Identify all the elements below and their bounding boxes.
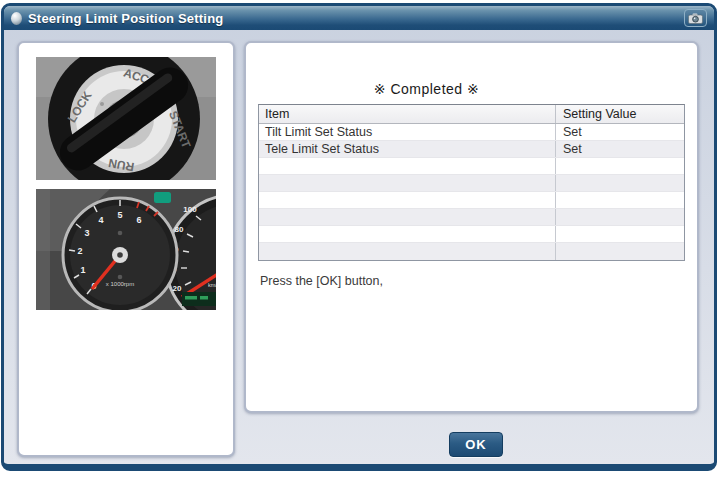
value-cell: Set xyxy=(555,124,684,140)
speed-number-20: 20 xyxy=(173,284,182,293)
instruction-message: Press the [OK] button, xyxy=(258,274,685,288)
tach-number-5: 5 xyxy=(117,210,122,220)
value-cell: Set xyxy=(555,141,684,157)
tach-unit-label: x 1000rpm xyxy=(106,281,134,287)
empty-value-cell xyxy=(555,158,684,174)
empty-value-cell xyxy=(555,226,684,242)
table-empty-row xyxy=(259,158,684,175)
speed-number-80: 80 xyxy=(175,225,184,234)
table-header-row: Item Setting Value xyxy=(259,105,684,124)
tach-number-1: 1 xyxy=(80,265,85,275)
table-empty-row xyxy=(259,226,684,243)
dialog-content: LOCK ACC START RUN xyxy=(4,30,714,464)
window-title: Steering Limit Position Setting xyxy=(28,11,684,26)
empty-item-cell xyxy=(259,158,555,174)
results-panel-inner: ※ Completed ※ Item Setting Value Tilt Li… xyxy=(246,43,697,288)
column-header-item: Item xyxy=(259,105,555,123)
column-header-setting-value: Setting Value xyxy=(555,105,684,123)
table-row-tilt-limit[interactable]: Tilt Limit Set Status Set xyxy=(259,124,684,141)
dialog-window: Steering Limit Position Setting xyxy=(1,3,717,471)
tach-number-2: 2 xyxy=(77,246,82,256)
empty-item-cell xyxy=(259,209,555,225)
speed-unit-label: km/h xyxy=(208,282,216,288)
tach-number-4: 4 xyxy=(98,215,103,225)
tach-number-6: 6 xyxy=(136,215,141,225)
table-empty-row xyxy=(259,243,684,260)
instrument-cluster-photo: 100 80 60 40 20 km/h xyxy=(36,189,216,310)
item-cell: Tilt Limit Set Status xyxy=(259,124,555,140)
ok-button[interactable]: OK xyxy=(449,432,503,457)
table-empty-row xyxy=(259,192,684,209)
screenshot-camera-button[interactable] xyxy=(684,9,707,27)
empty-item-cell xyxy=(259,226,555,242)
speed-number-100: 100 xyxy=(183,205,197,214)
empty-item-cell xyxy=(259,192,555,208)
empty-value-cell xyxy=(555,209,684,225)
empty-item-cell xyxy=(259,175,555,191)
empty-value-cell xyxy=(555,175,684,191)
photo-panel: LOCK ACC START RUN xyxy=(17,41,235,457)
titlebar: Steering Limit Position Setting xyxy=(4,6,714,30)
window-ball-icon xyxy=(11,12,22,25)
results-table-rows: Tilt Limit Set Status Set Tele Limit Set… xyxy=(259,124,684,260)
results-panel: ※ Completed ※ Item Setting Value Tilt Li… xyxy=(244,41,699,413)
table-empty-row xyxy=(259,175,684,192)
camera-icon xyxy=(688,13,703,24)
completed-heading: ※ Completed ※ xyxy=(258,81,685,97)
tachometer-gauge: 0 1 2 3 4 5 6 x 1000rpm xyxy=(63,198,177,310)
item-cell: Tele Limit Set Status xyxy=(259,141,555,157)
empty-value-cell xyxy=(555,192,684,208)
table-empty-row xyxy=(259,209,684,226)
table-row-tele-limit[interactable]: Tele Limit Set Status Set xyxy=(259,141,684,158)
tach-number-3: 3 xyxy=(84,228,89,238)
ignition-key-switch-photo: LOCK ACC START RUN xyxy=(36,57,216,180)
empty-item-cell xyxy=(259,243,555,260)
empty-value-cell xyxy=(555,243,684,260)
green-indicator-lamp xyxy=(154,192,171,203)
results-table: Item Setting Value Tilt Limit Set Status… xyxy=(258,104,685,261)
